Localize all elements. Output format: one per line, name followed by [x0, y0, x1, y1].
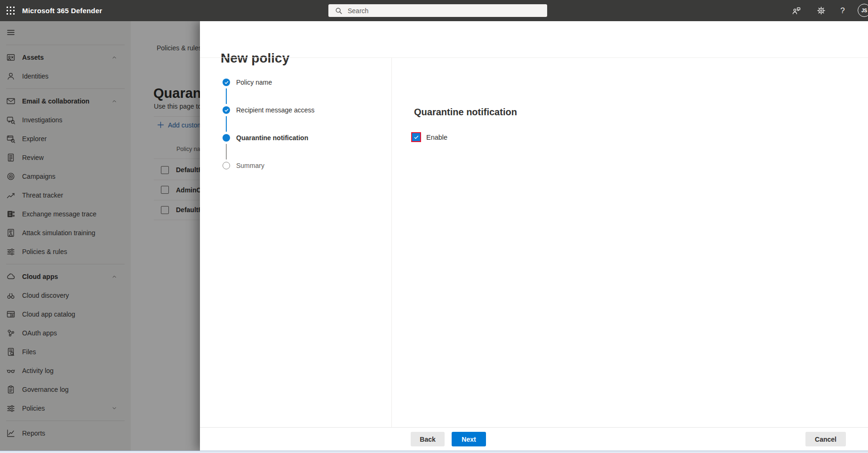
step-current-icon: [223, 134, 230, 142]
step-connector: [226, 88, 227, 104]
gear-icon: [817, 6, 826, 15]
enable-label: Enable: [426, 134, 447, 141]
help-button[interactable]: ?: [835, 0, 851, 21]
step-label: Recipient message access: [236, 106, 315, 114]
step-complete-icon: [223, 106, 230, 114]
global-search[interactable]: [328, 4, 547, 17]
enable-checkbox[interactable]: [411, 132, 421, 142]
enable-checkbox-row[interactable]: Enable: [411, 132, 447, 142]
feedback-icon: [792, 6, 801, 16]
step-heading: Quarantine notification: [414, 107, 517, 118]
step-label: Quarantine notification: [236, 134, 308, 142]
wizard-step-recipient-message-access[interactable]: Recipient message access: [223, 106, 378, 134]
step-connector: [226, 116, 227, 132]
step-label: Policy name: [236, 79, 272, 86]
modal-overlay: [0, 21, 200, 451]
new-policy-flyout: New policy Policy nameRecipient message …: [200, 21, 868, 451]
help-icon: ?: [840, 6, 844, 16]
next-button[interactable]: Next: [452, 432, 486, 446]
app-launcher-button[interactable]: [2, 2, 19, 19]
flyout-footer: Back Next Cancel: [200, 427, 868, 451]
window-bottom-edge: [0, 451, 868, 453]
top-app-bar: Microsoft 365 Defender ? JS: [0, 0, 868, 21]
wizard-steps: Policy nameRecipient message accessQuara…: [223, 79, 378, 190]
divider: [391, 58, 392, 427]
step-complete-icon: [223, 79, 230, 86]
wizard-step-summary[interactable]: Summary: [223, 162, 378, 190]
wizard-step-policy-name[interactable]: Policy name: [223, 79, 378, 106]
step-connector: [226, 144, 227, 159]
divider: [200, 57, 868, 58]
step-label: Summary: [236, 162, 264, 169]
step-pending-icon: [223, 162, 230, 169]
wizard-step-quarantine-notification[interactable]: Quarantine notification: [223, 134, 378, 162]
feedback-button[interactable]: [788, 0, 804, 21]
settings-button[interactable]: [813, 0, 829, 21]
app-launcher-icon: [7, 7, 15, 15]
cancel-button[interactable]: Cancel: [805, 432, 846, 446]
back-button[interactable]: Back: [411, 432, 445, 446]
search-icon: [335, 7, 342, 15]
app-title: Microsoft 365 Defender: [22, 0, 102, 21]
search-input[interactable]: [347, 7, 547, 15]
account-avatar[interactable]: JS: [858, 4, 868, 17]
flyout-title: New policy: [221, 51, 289, 66]
checkmark-icon: [414, 135, 419, 140]
